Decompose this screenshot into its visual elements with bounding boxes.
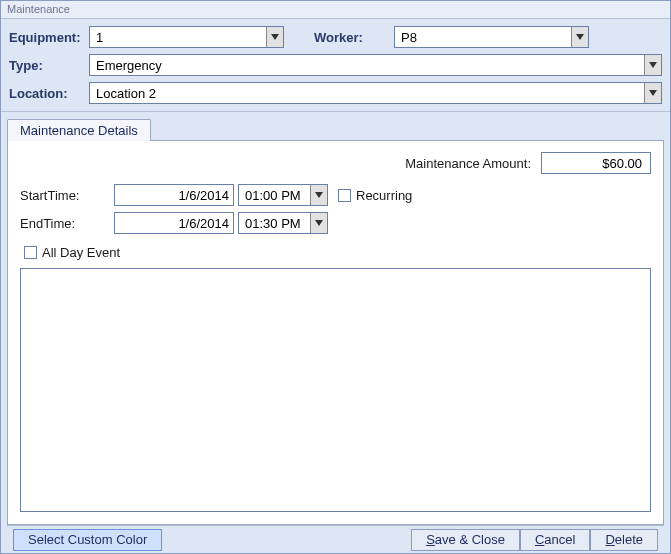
maintenance-window: Maintenance Equipment: 1 Worker: P8 Type…: [0, 0, 671, 554]
start-date-value: 1/6/2014: [178, 188, 229, 203]
equipment-combo[interactable]: 1: [89, 26, 284, 48]
equipment-dropdown-button[interactable]: [266, 27, 283, 47]
endtime-label: EndTime:: [20, 216, 110, 231]
allday-label: All Day Event: [42, 245, 120, 260]
equipment-label: Equipment:: [9, 30, 89, 45]
select-custom-color-button[interactable]: Select Custom Color: [13, 529, 162, 551]
end-time-dropdown-button[interactable]: [310, 213, 327, 233]
start-date-input[interactable]: 1/6/2014: [114, 184, 234, 206]
chevron-down-icon: [315, 220, 323, 226]
end-time-value: 01:30 PM: [239, 216, 310, 231]
location-combo[interactable]: Location 2: [89, 82, 662, 104]
location-value: Location 2: [90, 86, 644, 101]
chevron-down-icon: [271, 34, 279, 40]
tab-strip: Maintenance Details: [7, 116, 664, 140]
tab-maintenance-details[interactable]: Maintenance Details: [7, 119, 151, 141]
notes-textarea[interactable]: [20, 268, 651, 512]
end-date-value: 1/6/2014: [178, 216, 229, 231]
window-title: Maintenance: [1, 1, 670, 19]
worker-dropdown-button[interactable]: [571, 27, 588, 47]
start-time-combo[interactable]: 01:00 PM: [238, 184, 328, 206]
location-dropdown-button[interactable]: [644, 83, 661, 103]
chevron-down-icon: [649, 90, 657, 96]
amount-input[interactable]: $60.00: [541, 152, 651, 174]
save-close-button[interactable]: Save & Close: [411, 529, 520, 551]
chevron-down-icon: [649, 62, 657, 68]
start-time-dropdown-button[interactable]: [310, 185, 327, 205]
footer-bar: Select Custom Color Save & Close Cancel …: [7, 525, 664, 553]
type-dropdown-button[interactable]: [644, 55, 661, 75]
type-combo[interactable]: Emergency: [89, 54, 662, 76]
recurring-label: Recurring: [356, 188, 412, 203]
delete-button[interactable]: Delete: [590, 529, 658, 551]
amount-label: Maintenance Amount:: [405, 156, 531, 171]
worker-label: Worker:: [284, 30, 394, 45]
amount-value: $60.00: [602, 156, 642, 171]
type-label: Type:: [9, 58, 89, 73]
chevron-down-icon: [315, 192, 323, 198]
cancel-button[interactable]: Cancel: [520, 529, 590, 551]
end-date-input[interactable]: 1/6/2014: [114, 212, 234, 234]
end-time-combo[interactable]: 01:30 PM: [238, 212, 328, 234]
worker-value: P8: [395, 30, 571, 45]
location-label: Location:: [9, 86, 89, 101]
equipment-value: 1: [90, 30, 266, 45]
type-value: Emergency: [90, 58, 644, 73]
start-time-value: 01:00 PM: [239, 188, 310, 203]
worker-combo[interactable]: P8: [394, 26, 589, 48]
allday-checkbox[interactable]: [24, 246, 37, 259]
top-form: Equipment: 1 Worker: P8 Type: Emergency: [1, 19, 670, 112]
recurring-checkbox[interactable]: [338, 189, 351, 202]
tab-body: Maintenance Amount: $60.00 StartTime: 1/…: [7, 140, 664, 525]
chevron-down-icon: [576, 34, 584, 40]
starttime-label: StartTime:: [20, 188, 110, 203]
tab-area: Maintenance Details Maintenance Amount: …: [1, 112, 670, 553]
